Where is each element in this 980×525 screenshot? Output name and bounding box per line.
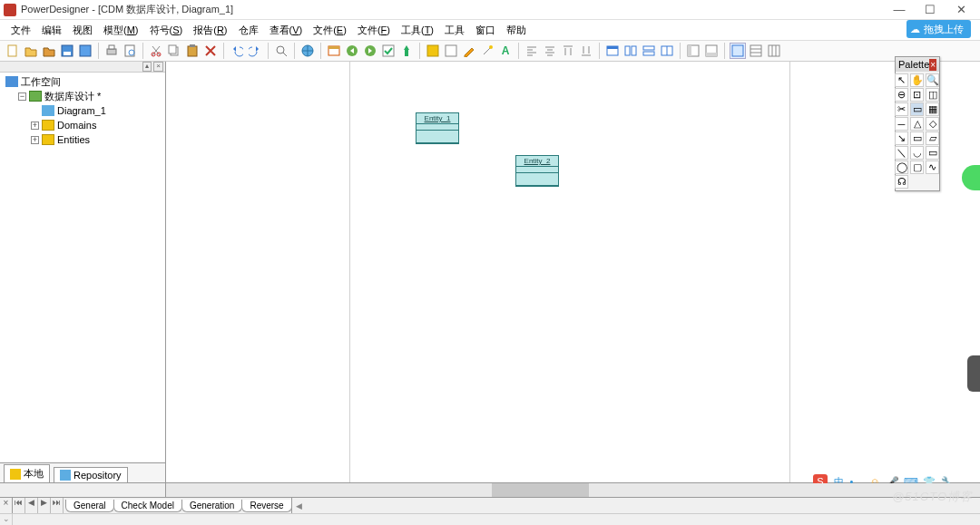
layout1-icon[interactable] (685, 43, 701, 59)
window-new-icon[interactable] (326, 43, 342, 59)
window-tool3-icon[interactable] (641, 43, 657, 59)
menu-item[interactable]: 模型(M) (98, 22, 144, 39)
diagram-canvas[interactable]: Entity_1 Entity_2 (166, 62, 980, 482)
link-tool-icon[interactable]: ↘ (895, 131, 908, 145)
menu-item[interactable]: 窗口 (470, 22, 501, 39)
palette-header[interactable]: Palette × (896, 57, 939, 72)
delete-icon[interactable] (202, 43, 219, 59)
side-handle[interactable] (967, 355, 980, 392)
zoom-fit-icon[interactable]: ⊡ (910, 88, 924, 102)
close-button[interactable]: ✕ (946, 1, 976, 19)
output-tab[interactable]: Reverse (241, 500, 291, 512)
rounded-rect-tool-icon[interactable]: ▢ (910, 160, 924, 174)
save-icon[interactable] (59, 43, 75, 59)
window-tool2-icon[interactable] (622, 43, 639, 59)
sidebar-pin-icon[interactable]: ▴ (142, 62, 152, 72)
line-tool-icon[interactable]: ＼ (895, 146, 908, 160)
generate-icon[interactable] (398, 43, 415, 59)
menu-item[interactable]: 报告(R) (188, 22, 232, 39)
menu-item[interactable]: 符号(S) (144, 22, 189, 39)
expand-icon[interactable]: + (31, 122, 39, 130)
menu-item[interactable]: 文件(E) (308, 22, 352, 39)
scroll-thumb[interactable] (492, 483, 590, 497)
text-tool-icon[interactable]: ☊ (895, 175, 908, 189)
paste-icon[interactable] (184, 43, 201, 59)
entity-box[interactable]: Entity_1 (416, 112, 459, 144)
globe-icon[interactable] (299, 43, 316, 59)
scroll-left-icon[interactable]: ◀ (296, 501, 302, 510)
polyline-tool-icon[interactable]: ∿ (926, 160, 939, 174)
object-tree[interactable]: 工作空间 − 数据库设计 * (0, 73, 165, 462)
menu-item[interactable]: 视图 (67, 22, 98, 39)
print-icon[interactable] (103, 43, 120, 59)
view-mode3-icon[interactable] (766, 43, 782, 59)
find-icon[interactable] (273, 43, 289, 59)
rect-tool-icon[interactable]: ▭ (926, 146, 939, 160)
align-center-icon[interactable] (542, 43, 558, 59)
cut-icon[interactable] (148, 43, 164, 59)
print-preview-icon[interactable] (122, 43, 138, 59)
zoom-out-icon[interactable]: ⊖ (895, 88, 908, 102)
tab-nav-first-icon[interactable]: ⏮ (13, 498, 25, 513)
pointer-tool-icon[interactable]: ↖ (895, 73, 908, 87)
view-mode1-icon[interactable] (730, 43, 746, 59)
open-icon[interactable] (23, 43, 39, 59)
upload-badge[interactable]: ☁ 拖拽上传 (906, 20, 971, 38)
align-bottom-icon[interactable] (578, 43, 594, 59)
tab-nav-prev-icon[interactable]: ◀ (25, 498, 38, 513)
save-model-icon[interactable] (77, 43, 93, 59)
expand-icon[interactable]: + (31, 136, 39, 144)
view-mode2-icon[interactable] (748, 43, 764, 59)
association-tool-icon[interactable]: ◇ (926, 117, 939, 131)
new-icon[interactable] (5, 43, 21, 59)
tree-diagram[interactable]: Diagram_1 (29, 103, 163, 118)
collapse-icon[interactable]: − (18, 92, 26, 101)
layout2-icon[interactable] (703, 43, 720, 59)
zoom-in-icon[interactable]: 🔍 (926, 73, 939, 87)
canvas-hscroll[interactable] (0, 482, 980, 497)
nav-fwd-icon[interactable] (362, 43, 378, 59)
side-fab[interactable] (962, 165, 980, 190)
menu-item[interactable]: 文件 (5, 22, 36, 39)
grid-tool-icon[interactable]: ▦ (926, 102, 939, 116)
arc-tool-icon[interactable]: ◡ (910, 146, 924, 160)
tab-nav-next-icon[interactable]: ▶ (38, 498, 51, 513)
menu-item[interactable]: 帮助 (501, 22, 532, 39)
chevron-icon[interactable]: ⌄ (0, 514, 13, 525)
folder-project-icon[interactable] (41, 43, 57, 59)
relation-tool-icon[interactable]: ─ (895, 117, 908, 131)
menu-item[interactable]: 编辑 (36, 22, 67, 39)
tree-entities[interactable]: + Entities (29, 132, 163, 147)
edit-pencil-icon[interactable] (461, 43, 477, 59)
package-tool-icon[interactable]: ▭ (910, 131, 924, 145)
entity-box[interactable]: Entity_2 (515, 155, 559, 187)
undo-icon[interactable] (229, 43, 245, 59)
file-tool-icon[interactable]: ▱ (926, 131, 939, 145)
menu-item[interactable]: 查看(V) (264, 22, 309, 39)
copy-icon[interactable] (166, 43, 182, 59)
tree-workspace[interactable]: 工作空间 (4, 74, 163, 89)
output-tab[interactable]: General (65, 500, 114, 512)
output-tab[interactable]: Generation (181, 500, 242, 512)
palette-close-icon[interactable]: × (929, 59, 936, 71)
palette-panel[interactable]: Palette × ↖ ✋ 🔍 ⊖ ⊡ ◫ ✂ ▭ ▦ ─ △ ◇ ↘ ▭ ▱ … (895, 56, 940, 191)
redo-icon[interactable] (247, 43, 263, 59)
tree-domains[interactable]: + Domains (29, 118, 163, 132)
nav-back-icon[interactable] (344, 43, 360, 59)
style-line-icon[interactable] (443, 43, 459, 59)
wand-icon[interactable] (479, 43, 495, 59)
window-tool1-icon[interactable] (604, 43, 621, 59)
maximize-button[interactable]: ☐ (915, 1, 946, 19)
menu-item[interactable]: 仓库 (233, 22, 264, 39)
output-tab[interactable]: Check Model (113, 500, 182, 512)
hand-tool-icon[interactable]: ✋ (910, 73, 924, 87)
tab-repository[interactable]: Repository (54, 467, 128, 482)
inheritance-tool-icon[interactable]: △ (910, 117, 924, 131)
zoom-actual-icon[interactable]: ◫ (926, 88, 939, 102)
tab-local[interactable]: 本地 (4, 464, 50, 482)
menu-item[interactable]: 工具(T) (396, 22, 439, 39)
align-top-icon[interactable] (560, 43, 576, 59)
minimize-button[interactable]: — (884, 1, 915, 19)
menu-item[interactable]: 工具 (439, 22, 470, 39)
output-close-icon[interactable]: × (0, 498, 13, 513)
